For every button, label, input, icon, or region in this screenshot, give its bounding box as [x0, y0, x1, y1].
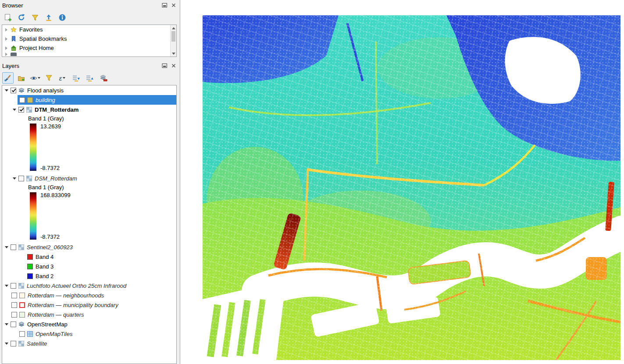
layer-row-quarters[interactable]: Rotterdam — quarters [2, 310, 176, 319]
collapse-arrow-icon[interactable] [5, 285, 8, 287]
layer-checkbox[interactable] [11, 341, 16, 346]
band-label: Band 3 [35, 263, 53, 270]
browser-item-partial[interactable] [2, 53, 176, 56]
collapse-all-button[interactable] [84, 72, 95, 84]
raster-layer-icon [26, 176, 32, 181]
dock-icon [162, 63, 168, 68]
expand-all-button[interactable] [70, 72, 82, 84]
collapse-all-icon [86, 74, 94, 82]
scrollbar-track[interactable] [171, 31, 176, 50]
scrollbar-thumb[interactable] [171, 31, 175, 42]
layer-checkbox[interactable] [19, 97, 25, 103]
band-label: Band 4 [35, 254, 53, 260]
browser-dock-button[interactable] [161, 2, 168, 9]
filter-browser-button[interactable] [29, 12, 41, 23]
browser-item-spatial-bookmarks[interactable]: Spatial Bookmarks [2, 34, 176, 43]
raster-layer-icon [18, 244, 24, 250]
map-themes-eye-icon [30, 74, 37, 82]
layer-checkbox[interactable] [11, 244, 16, 250]
browser-item-label: Spatial Bookmarks [19, 35, 67, 42]
browser-item-favorites[interactable]: Favorites [2, 25, 176, 34]
dsm-band-label: Band 1 (Gray) [2, 183, 176, 191]
layer-row-openstreetmap[interactable]: OpenStreetMap [2, 319, 176, 329]
layer-label: DTM_Rotterdam [34, 106, 78, 113]
layer-checkbox[interactable] [11, 322, 16, 327]
collapse-arrow-icon[interactable] [5, 89, 8, 92]
layer-row-luchtfoto[interactable]: Luchtfoto Actueel Ortho 25cm Infrarood [2, 281, 176, 290]
collapse-arrow-icon[interactable] [5, 246, 8, 248]
layer-label: Flood analysis [27, 87, 64, 94]
layer-row-municipality-boundary[interactable]: Rotterdam — municipality boundary [2, 300, 176, 310]
layer-checkbox[interactable] [11, 88, 16, 93]
sentinel-band3-row: Band 3 [2, 262, 176, 271]
layer-row-dtm-rotterdam[interactable]: DTM_Rotterdam [2, 105, 176, 114]
scroll-down-icon [172, 53, 175, 55]
collapse-arrow-icon[interactable] [13, 109, 16, 111]
layer-row-building[interactable]: building [2, 95, 176, 105]
browser-scrollbar[interactable] [170, 25, 176, 57]
add-layer-button[interactable] [2, 12, 14, 23]
layer-row-neighbourhoods[interactable]: Rotterdam — neighbourhoods [2, 290, 176, 300]
collapse-arrow-icon[interactable] [5, 323, 8, 325]
scroll-down-button[interactable] [171, 50, 177, 57]
dtm-raster-layer [203, 15, 620, 360]
map-themes-button[interactable] [29, 72, 41, 84]
bookmark-icon [11, 36, 17, 42]
properties-button[interactable] [57, 12, 68, 23]
map-canvas[interactable] [180, 0, 624, 364]
layer-checkbox[interactable] [11, 312, 17, 318]
layer-label: building [35, 97, 55, 103]
layers-dock-button[interactable] [161, 63, 168, 69]
layers-panel-title: Layers [2, 63, 159, 69]
collapse-arrow-icon[interactable] [5, 343, 8, 345]
browser-tree: Favorites Spatial Bookmarks Project Home [2, 25, 177, 57]
scroll-up-button[interactable] [171, 25, 177, 31]
browser-toolbar [0, 11, 180, 25]
layer-checkbox[interactable] [11, 293, 17, 298]
collapse-arrow-icon[interactable] [13, 177, 16, 180]
layer-row-dsm-rotterdam[interactable]: DSM_Rotterdam [2, 173, 176, 183]
dtm-band-label: Band 1 (Gray) [2, 114, 176, 123]
clipped-item-icon [11, 53, 17, 56]
layer-row-satellite[interactable]: Satellite [2, 339, 176, 348]
browser-item-project-home[interactable]: Project Home [2, 43, 176, 53]
browser-close-button[interactable] [170, 2, 177, 9]
layer-row-openmaptiles[interactable]: OpenMapTiles [2, 329, 176, 339]
layer-label: OpenMapTiles [35, 331, 72, 337]
layer-color-swatch [27, 97, 33, 103]
remove-layer-button[interactable] [97, 72, 109, 84]
band-color-swatch [27, 254, 33, 260]
layer-checkbox[interactable] [11, 283, 16, 289]
layers-tree: Flood analysis building DTM_Rotterdam Ba… [2, 85, 177, 364]
scroll-up-icon [172, 27, 175, 29]
browser-panel-title: Browser [2, 2, 159, 9]
expand-all-icon [72, 74, 80, 82]
layer-checkbox[interactable] [18, 107, 24, 113]
layers-panel: Layers ε [0, 60, 180, 364]
add-layer-icon [4, 14, 12, 22]
ramp-min-value: -8.7372 [40, 234, 71, 240]
sentinel-band2-row: Band 2 [2, 271, 176, 281]
layer-checkbox[interactable] [11, 302, 17, 308]
dtm-color-ramp: 13.2639 -8.7372 [2, 123, 176, 173]
home-icon [11, 45, 17, 51]
dock-icon [162, 3, 168, 8]
filter-legend-button[interactable] [43, 72, 54, 84]
layers-close-button[interactable] [170, 63, 177, 69]
expand-right-icon[interactable] [5, 46, 7, 50]
color-ramp-gradient [30, 124, 36, 171]
layer-styling-button[interactable] [2, 72, 14, 84]
band-color-swatch [27, 264, 33, 269]
browser-panel-header: Browser [0, 0, 180, 11]
layer-row-flood-analysis[interactable]: Flood analysis [2, 85, 176, 95]
layer-checkbox[interactable] [18, 176, 24, 181]
expand-right-icon[interactable] [5, 37, 7, 41]
add-group-button[interactable] [16, 72, 27, 84]
layer-color-swatch [19, 312, 25, 318]
layer-checkbox[interactable] [19, 331, 25, 337]
expression-filter-button[interactable]: ε [57, 72, 68, 84]
collapse-all-browser-button[interactable] [43, 12, 54, 23]
layer-row-sentinel2[interactable]: Sentinel2_060923 [2, 242, 176, 252]
expand-right-icon[interactable] [5, 28, 7, 32]
refresh-button[interactable] [16, 12, 27, 23]
